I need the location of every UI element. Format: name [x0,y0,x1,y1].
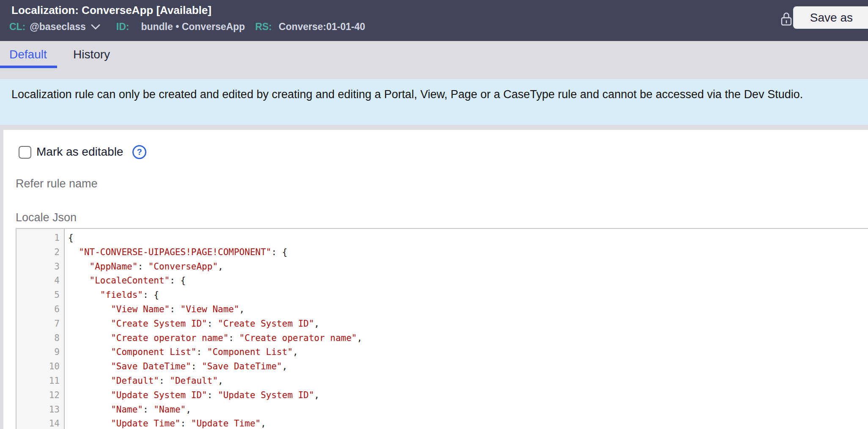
line-number: 6 [16,302,60,317]
code-line: "NT-CONVERSE-UIPAGES!PAGE!COMPONENT": { [68,245,868,260]
code-line: "Name": "Name", [68,403,868,417]
line-number: 3 [16,260,60,274]
save-as-button[interactable]: Save as [793,6,868,29]
mark-as-editable-label[interactable]: Mark as editable [36,145,123,159]
tab-bar: Default History [0,41,868,79]
line-number: 7 [16,317,60,331]
code-line: "Create operator name": "Create operator… [68,331,868,346]
line-number: 1 [16,231,60,245]
line-number: 9 [16,345,60,360]
code-line: "Save DateTime": "Save DateTime", [68,360,868,374]
refer-rule-name-label: Refer rule name [16,177,98,190]
code-line: "Component List": "Component List", [68,345,868,360]
tab-history[interactable]: History [73,48,110,61]
line-number: 4 [16,274,60,288]
code-line: "Update Time": "Update Time", [68,417,868,429]
chevron-down-icon[interactable] [91,24,100,30]
ruleset-label: RS: [255,21,272,33]
rule-meta: CL: @baseclass ID: bundle • ConverseApp … [9,21,365,33]
tab-default[interactable]: Default [9,48,47,61]
code-line: { [68,231,868,245]
line-number: 14 [16,417,60,429]
code-line: "Update System ID": "Update System ID", [68,388,868,403]
editor-code-area[interactable]: { "NT-CONVERSE-UIPAGES!PAGE!COMPONENT": … [65,229,868,429]
locale-json-editor: 1234567891011121314 { "NT-CONVERSE-UIPAG… [16,228,868,429]
rule-form-panel: Mark as editable ? Refer rule name Local… [3,130,868,429]
id-value: bundle • ConverseApp [141,21,245,33]
page-title: Localization: ConverseApp [Available] [11,4,212,17]
code-line: "Create System ID": "Create System ID", [68,317,868,331]
code-line: "fields": { [68,288,868,302]
line-number: 13 [16,403,60,417]
line-number: 11 [16,374,60,388]
help-icon[interactable]: ? [132,145,146,159]
id-label: ID: [116,21,129,33]
code-line: "AppName": "ConverseApp", [68,260,868,274]
lock-icon[interactable] [780,11,793,27]
mark-as-editable-checkbox[interactable] [19,146,31,159]
code-line: "LocaleContent": { [68,274,868,288]
class-value-dropdown[interactable]: @baseclass [30,21,85,33]
line-number: 8 [16,331,60,346]
class-label: CL: [9,21,25,33]
code-line: "View Name": "View Name", [68,302,868,317]
info-banner: Localization rule can only be created an… [0,79,868,125]
ruleset-value: Converse:01-01-40 [279,21,365,33]
locale-json-label: Locale Json [16,211,77,224]
line-number: 2 [16,245,60,260]
code-line: "Default": "Default", [68,374,868,388]
line-number: 5 [16,288,60,302]
editor-line-numbers: 1234567891011121314 [16,229,65,429]
active-tab-underline [0,66,57,68]
rule-header: Localization: ConverseApp [Available] CL… [0,0,868,41]
line-number: 10 [16,360,60,374]
line-number: 12 [16,388,60,403]
